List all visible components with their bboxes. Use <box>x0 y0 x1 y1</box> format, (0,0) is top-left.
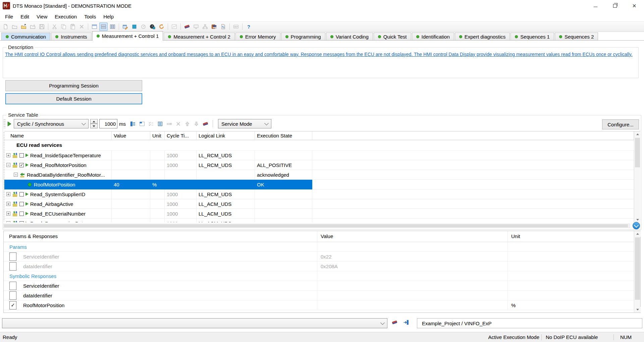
transfer-icon[interactable] <box>403 320 409 325</box>
move-up-icon[interactable] <box>183 120 192 128</box>
service-checkbox[interactable] <box>19 212 24 216</box>
run-services-icon[interactable] <box>6 121 12 127</box>
param-checkbox[interactable]: ✓ <box>9 301 16 309</box>
logical-link-select[interactable] <box>2 318 387 328</box>
move-down-icon[interactable] <box>192 120 201 128</box>
flash-book-icon[interactable] <box>210 22 218 31</box>
menu-item-execution[interactable]: Execution <box>51 11 80 21</box>
expand-toggle[interactable]: + <box>6 153 10 157</box>
configure-button[interactable]: Configure... <box>602 119 639 129</box>
table-row[interactable]: +Read_ECUserialNumber1000LL_ACM_UDS <box>4 209 634 219</box>
open-document-icon[interactable] <box>10 22 19 31</box>
delete-service-icon[interactable] <box>174 120 182 128</box>
table-row[interactable]: −✓Read_RoofMotorPosition1000LL_RCM_UDSAL… <box>4 160 634 170</box>
tab-expert-diagnostics[interactable]: Expert diagnostics <box>455 33 510 40</box>
scroll-down-button[interactable] <box>634 217 640 222</box>
programming-session-button[interactable]: Programming Session <box>5 80 142 91</box>
ok-dialog-icon[interactable]: OK? <box>232 22 240 31</box>
service-checkbox[interactable] <box>19 202 24 206</box>
layout-tile-icon[interactable] <box>90 22 99 31</box>
tab-sequences-1[interactable]: Sequences 1 <box>511 33 554 40</box>
add-service-icon[interactable] <box>165 120 173 128</box>
service-table-vscrollbar[interactable] <box>634 131 640 222</box>
tab-sequences-2[interactable]: Sequences 2 <box>555 33 598 40</box>
menu-item-view[interactable]: View <box>33 11 51 21</box>
menu-item-tools[interactable]: Tools <box>80 11 100 21</box>
params-row[interactable]: dataIdentifier0x208A <box>4 262 634 271</box>
edit-instrument-icon[interactable] <box>121 22 129 31</box>
expand-toggle[interactable]: + <box>6 202 10 206</box>
cycle-interval-input[interactable] <box>99 119 117 128</box>
scroll-up-button[interactable] <box>634 231 641 237</box>
scroll-thumb[interactable] <box>635 237 640 300</box>
expand-toggle[interactable]: + <box>6 192 10 196</box>
restore-button[interactable] <box>605 0 625 11</box>
layout-rows-icon[interactable] <box>99 22 108 31</box>
params-row[interactable]: dataIdentifier <box>4 291 634 300</box>
scroll-thumb[interactable] <box>4 224 628 227</box>
params-row[interactable]: ✓RoofMotorPosition% <box>4 300 634 310</box>
expand-toggle[interactable]: + <box>6 212 10 216</box>
table-row[interactable]: +Read_SystemSupplierID1000LL_RCM_UDS <box>4 189 634 199</box>
menu-item-help[interactable]: Help <box>100 11 117 21</box>
tab-identification[interactable]: Identification <box>412 33 454 40</box>
tab-communication[interactable]: Communication <box>1 33 50 40</box>
clear-eraser-icon[interactable] <box>201 120 210 128</box>
interval-down-button[interactable] <box>90 124 98 128</box>
params-section-link[interactable]: Params <box>9 244 27 250</box>
param-checkbox[interactable] <box>9 252 16 261</box>
paste-icon[interactable] <box>68 22 77 31</box>
clear-eraser-icon[interactable] <box>392 320 397 325</box>
tab-measurement-control-2[interactable]: Measurement + Control 2 <box>164 33 235 40</box>
tab-programming[interactable]: Programming <box>281 33 325 40</box>
network-icon[interactable] <box>201 22 209 31</box>
toolbar-drag-grip[interactable] <box>4 119 5 128</box>
report-icon[interactable] <box>219 22 227 31</box>
params-row[interactable]: ServiceIdentifier0x22 <box>4 252 634 262</box>
params-section-link[interactable]: Symbolic Responses <box>9 273 56 279</box>
collapse-services-icon[interactable] <box>138 120 146 128</box>
gauge-disabled-icon[interactable] <box>139 22 148 31</box>
import-workspace-icon[interactable] <box>29 22 37 31</box>
menu-item-file[interactable]: File <box>1 11 17 21</box>
layout-columns-icon[interactable] <box>108 22 117 31</box>
param-checkbox[interactable] <box>9 291 16 300</box>
gauge-dark-icon[interactable] <box>148 22 157 31</box>
open-workspace-icon[interactable] <box>19 22 28 31</box>
save-icon[interactable] <box>38 22 46 31</box>
service-mode-select[interactable]: Service Mode <box>218 119 271 128</box>
service-checkbox[interactable] <box>19 192 24 196</box>
param-checkbox[interactable] <box>9 262 16 271</box>
new-document-icon[interactable] <box>1 22 10 31</box>
expand-toggle[interactable]: − <box>6 163 10 167</box>
service-checkbox[interactable] <box>19 153 24 158</box>
copy-icon[interactable] <box>59 22 68 31</box>
default-session-button[interactable]: Default Session <box>5 93 142 104</box>
params-vscrollbar[interactable] <box>634 231 640 312</box>
table-row[interactable]: RoofMotorPosition40%OK <box>4 180 634 189</box>
help-icon[interactable]: ? <box>245 22 253 31</box>
refresh-icon[interactable] <box>157 22 166 31</box>
cut-icon[interactable] <box>50 22 59 31</box>
service-checkbox[interactable]: ✓ <box>19 163 24 167</box>
param-checkbox[interactable] <box>9 282 16 290</box>
params-row[interactable]: Params <box>4 242 634 252</box>
interval-up-button[interactable] <box>90 119 98 124</box>
params-row[interactable]: Symbolic Responses <box>4 271 634 281</box>
chart-icon[interactable] <box>170 22 178 31</box>
table-row[interactable]: +Read_ProgrammingDate1000LL_ACM_UDS <box>4 219 634 222</box>
expand-pane-button[interactable] <box>633 222 640 229</box>
clear-eraser-icon[interactable] <box>183 22 191 31</box>
service-checkbox[interactable] <box>19 221 24 223</box>
delete-icon[interactable] <box>77 22 86 31</box>
expand-services-icon[interactable] <box>129 120 137 128</box>
select-all-icon[interactable] <box>156 120 164 128</box>
table-row[interactable]: +Read_AirbagActive1000LL_ACM_UDS <box>4 199 634 209</box>
minimize-button[interactable] <box>586 0 605 11</box>
table-row[interactable]: −ReadDataByIdentifier_RoofMotor...acknow… <box>4 170 634 180</box>
menu-item-edit[interactable]: Edit <box>17 11 33 21</box>
check-services-icon[interactable] <box>147 120 155 128</box>
params-row[interactable]: ServiceIdentifier <box>4 281 634 291</box>
tab-error-memory[interactable]: Error Memory <box>235 33 280 40</box>
scroll-thumb[interactable] <box>635 138 640 167</box>
